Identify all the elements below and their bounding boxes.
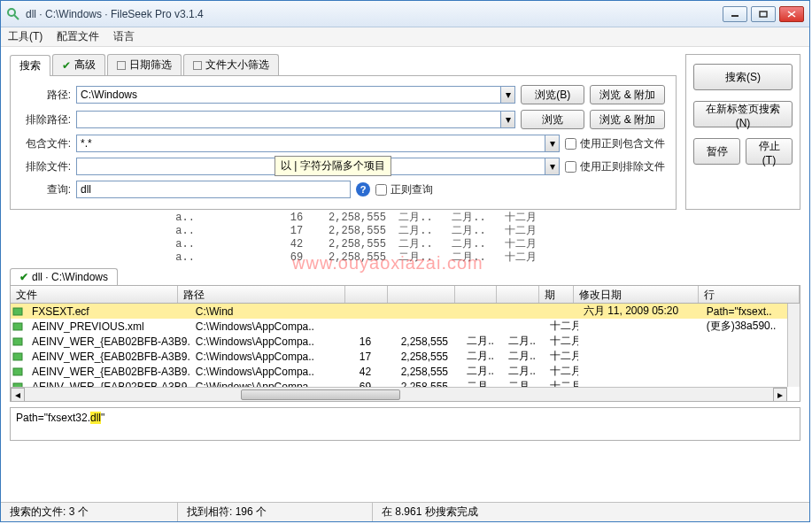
window-title: dll · C:\Windows · FileSeek Pro v3.1.4 xyxy=(26,8,723,20)
titlebar[interactable]: dll · C:\Windows · FileSeek Pro v3.1.4 xyxy=(1,1,809,27)
tab-datefilter[interactable]: 日期筛选 xyxy=(107,54,182,75)
menubar: 工具(T) 配置文件 语言 xyxy=(1,27,809,47)
menu-config[interactable]: 配置文件 xyxy=(57,29,99,44)
regex-query-checkbox[interactable] xyxy=(375,184,387,196)
svg-rect-9 xyxy=(13,353,22,360)
scroll-left-icon[interactable]: ◂ xyxy=(11,388,25,402)
checkbox-icon xyxy=(117,61,126,70)
minimize-button[interactable] xyxy=(723,6,747,22)
file-icon xyxy=(12,366,25,377)
svg-rect-6 xyxy=(13,308,22,315)
table-row[interactable]: AEINV_WER_{EAB02BFB-A3B9..C:\Windows\App… xyxy=(11,364,800,379)
col-mdate[interactable]: 修改日期 xyxy=(574,286,700,303)
regex-exclude-checkbox[interactable] xyxy=(565,161,576,173)
stop-button[interactable]: 停止(T) xyxy=(746,138,793,165)
background-rows: a.. 16 2,258,555 二月.. 二月.. 十二月 a.. 17 2,… xyxy=(10,212,800,265)
results-tab[interactable]: ✔dll · C:\Windows xyxy=(10,268,118,285)
svg-rect-7 xyxy=(13,323,22,330)
search-panel: 路径: ▾ 浏览(B) 浏览 & 附加 排除路径: ▾ 浏览 浏览 & 附加 包… xyxy=(10,76,677,210)
app-icon xyxy=(6,7,20,21)
help-icon[interactable]: ? xyxy=(356,182,370,196)
search-button[interactable]: 搜索(S) xyxy=(693,64,793,90)
table-row[interactable]: AEINV_PREVIOUS.xmlC:\Windows\AppCompa..十… xyxy=(11,319,800,334)
grid-header: 文件 路径 期 修改日期 行 xyxy=(11,286,800,304)
table-row[interactable]: AEINV_WER_{EAB02BFB-A3B9..C:\Windows\App… xyxy=(11,334,800,349)
dropdown-icon[interactable]: ▾ xyxy=(545,135,560,152)
window-buttons xyxy=(723,6,804,22)
results-grid: 文件 路径 期 修改日期 行 FXSEXT.ecfC:\Wind六月 11, 2… xyxy=(10,285,800,402)
tab-search[interactable]: 搜索 xyxy=(10,55,50,76)
h-scrollbar[interactable]: ◂ ▸ xyxy=(11,387,787,401)
file-icon xyxy=(12,321,25,332)
action-panel: 搜索(S) 在新标签页搜索(N) 暂停 停止(T) xyxy=(685,54,800,210)
regex-include-checkbox[interactable] xyxy=(565,138,576,150)
tab-sizefilter[interactable]: 文件大小筛选 xyxy=(183,54,279,75)
v-scrollbar[interactable] xyxy=(787,304,800,387)
svg-line-1 xyxy=(14,15,19,19)
svg-rect-10 xyxy=(13,368,22,375)
status-files: 搜索的文件: 3 个 xyxy=(1,503,178,521)
file-icon xyxy=(12,351,25,362)
search-newtab-button[interactable]: 在新标签页搜索(N) xyxy=(693,101,793,127)
status-time: 在 8.961 秒搜索完成 xyxy=(373,503,809,521)
browse-append-button[interactable]: 浏览 & 附加 xyxy=(590,85,665,104)
col-path[interactable]: 路径 xyxy=(178,286,345,303)
include-file-input[interactable] xyxy=(76,135,545,152)
exclude-path-label: 排除路径: xyxy=(21,112,71,127)
app-window: dll · C:\Windows · FileSeek Pro v3.1.4 工… xyxy=(0,0,810,522)
grid-body: FXSEXT.ecfC:\Wind六月 11, 2009 05:20Path="… xyxy=(11,304,800,394)
tooltip: 以 | 字符分隔多个项目 xyxy=(275,156,391,176)
preview-pane: Path="fxsext32.dll" xyxy=(10,407,800,441)
statusbar: 搜索的文件: 3 个 找到相符: 196 个 在 8.961 秒搜索完成 xyxy=(1,502,809,521)
col-line[interactable]: 行 xyxy=(699,286,800,303)
search-tabs: 搜索 ✔高级 日期筛选 文件大小筛选 xyxy=(10,54,677,76)
svg-point-0 xyxy=(8,9,15,16)
table-row[interactable]: FXSEXT.ecfC:\Wind六月 11, 2009 05:20Path="… xyxy=(11,304,800,319)
dropdown-icon[interactable]: ▾ xyxy=(501,111,515,128)
table-row[interactable]: AEINV_WER_{EAB02BFB-A3B9..C:\Windows\App… xyxy=(11,349,800,364)
path-input[interactable] xyxy=(76,86,501,104)
tab-advanced[interactable]: ✔高级 xyxy=(52,54,105,75)
file-icon xyxy=(12,336,25,347)
exclude-file-label: 排除文件: xyxy=(21,159,71,174)
pause-button[interactable]: 暂停 xyxy=(693,138,740,165)
dropdown-icon[interactable]: ▾ xyxy=(545,158,560,175)
file-icon xyxy=(12,306,25,317)
svg-rect-8 xyxy=(13,338,22,345)
browse-button[interactable]: 浏览(B) xyxy=(521,85,584,104)
close-button[interactable] xyxy=(779,6,804,22)
svg-rect-3 xyxy=(760,12,767,17)
browse-button-2[interactable]: 浏览 xyxy=(521,110,584,129)
browse-append-button-2[interactable]: 浏览 & 附加 xyxy=(590,110,665,129)
scroll-right-icon[interactable]: ▸ xyxy=(773,388,787,402)
scroll-thumb[interactable] xyxy=(241,389,400,400)
col-period[interactable]: 期 xyxy=(539,286,573,303)
menu-lang[interactable]: 语言 xyxy=(113,29,135,44)
exclude-path-input[interactable] xyxy=(76,111,501,128)
checkbox-icon xyxy=(193,61,202,70)
query-label: 查询: xyxy=(21,182,71,197)
col-file[interactable]: 文件 xyxy=(11,286,178,303)
dropdown-icon[interactable]: ▾ xyxy=(501,86,515,104)
status-matches: 找到相符: 196 个 xyxy=(178,503,373,521)
content: 搜索 ✔高级 日期筛选 文件大小筛选 路径: ▾ 浏览(B) 浏览 & 附加 排… xyxy=(1,47,809,502)
include-file-label: 包含文件: xyxy=(21,136,71,151)
query-input[interactable] xyxy=(76,181,351,198)
menu-tools[interactable]: 工具(T) xyxy=(8,29,43,44)
maximize-button[interactable] xyxy=(751,6,776,22)
path-label: 路径: xyxy=(21,88,71,103)
